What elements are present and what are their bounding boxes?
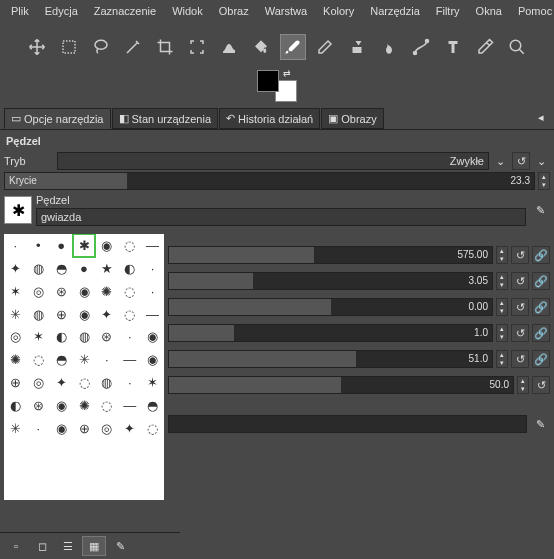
- eraser-tool-icon[interactable]: [312, 34, 338, 60]
- brush-cell[interactable]: —: [141, 303, 164, 326]
- ratio-reset-icon[interactable]: ↺: [511, 272, 529, 290]
- brush-cell[interactable]: ✳: [73, 348, 96, 371]
- brush-cell[interactable]: ◉: [50, 417, 73, 440]
- brush-cell[interactable]: ⊕: [50, 303, 73, 326]
- size-link-icon[interactable]: 🔗: [532, 246, 550, 264]
- brush-cell[interactable]: ·: [118, 325, 141, 348]
- size-slider[interactable]: 575.00: [168, 246, 493, 264]
- warp-tool-icon[interactable]: [216, 34, 242, 60]
- angle-slider[interactable]: 0.00: [168, 298, 493, 316]
- mode-dropdown[interactable]: Zwykłe: [57, 152, 489, 170]
- menu-obraz[interactable]: Obraz: [213, 3, 255, 19]
- brush-cell[interactable]: ◉: [141, 325, 164, 348]
- hardness-spinner[interactable]: ▴▾: [496, 350, 508, 368]
- color-picker-tool-icon[interactable]: [472, 34, 498, 60]
- paintbrush-tool-icon[interactable]: [280, 34, 306, 60]
- brush-edit-icon[interactable]: ✎: [530, 200, 550, 220]
- brush-cell[interactable]: ⊛: [50, 280, 73, 303]
- angle-link-icon[interactable]: 🔗: [532, 298, 550, 316]
- path-tool-icon[interactable]: [408, 34, 434, 60]
- dynamics-field[interactable]: [168, 415, 527, 433]
- ratio-slider[interactable]: 3.05: [168, 272, 493, 290]
- tab-device-status[interactable]: ◧Stan urządzenia: [112, 108, 219, 129]
- brush-cell[interactable]: ·: [27, 417, 50, 440]
- brush-cell[interactable]: ◐: [50, 325, 73, 348]
- brush-cell[interactable]: ◐: [118, 257, 141, 280]
- swap-colors-icon[interactable]: ⇄: [283, 68, 291, 78]
- brush-cell[interactable]: ◌: [141, 417, 164, 440]
- tab-menu-icon[interactable]: ◂: [532, 108, 550, 129]
- menu-okna[interactable]: Okna: [470, 3, 508, 19]
- menu-zaznaczenie[interactable]: Zaznaczenie: [88, 3, 162, 19]
- force-slider[interactable]: 50.0: [168, 376, 514, 394]
- text-tool-icon[interactable]: [440, 34, 466, 60]
- rect-select-tool-icon[interactable]: [56, 34, 82, 60]
- brush-cell[interactable]: ✦: [118, 417, 141, 440]
- brush-cell[interactable]: ◍: [95, 371, 118, 394]
- opacity-spinner[interactable]: ▴▾: [538, 172, 550, 190]
- brush-cell[interactable]: ✦: [4, 257, 27, 280]
- brush-cell[interactable]: ✶: [27, 325, 50, 348]
- brush-cell[interactable]: ◌: [118, 280, 141, 303]
- brush-cell[interactable]: ✺: [73, 394, 96, 417]
- bucket-tool-icon[interactable]: [248, 34, 274, 60]
- menu-narzedzia[interactable]: Narzędzia: [364, 3, 426, 19]
- brush-cell[interactable]: ◌: [118, 234, 141, 257]
- size-reset-icon[interactable]: ↺: [511, 246, 529, 264]
- brush-cell[interactable]: ⊕: [73, 417, 96, 440]
- brush-cell[interactable]: ◎: [27, 280, 50, 303]
- brush-cell[interactable]: ◉: [95, 234, 118, 257]
- brush-cell[interactable]: —: [118, 394, 141, 417]
- tab-tool-options[interactable]: ▭Opcje narzędzia: [4, 108, 111, 129]
- spacing-reset-icon[interactable]: ↺: [511, 324, 529, 342]
- brush-cell[interactable]: ◌: [95, 394, 118, 417]
- dynamics-edit-icon[interactable]: ✎: [530, 414, 550, 434]
- brush-cell[interactable]: ⊛: [27, 394, 50, 417]
- chevron-down-icon[interactable]: ⌄: [492, 155, 509, 168]
- brush-cell[interactable]: ◓: [50, 348, 73, 371]
- brush-cell[interactable]: —: [118, 348, 141, 371]
- ratio-link-icon[interactable]: 🔗: [532, 272, 550, 290]
- edit-brush-icon[interactable]: ✎: [108, 536, 132, 556]
- view-grid-icon[interactable]: ▦: [82, 536, 106, 556]
- brush-cell[interactable]: ◉: [141, 348, 164, 371]
- brush-cell[interactable]: ◍: [27, 257, 50, 280]
- tab-undo-history[interactable]: ↶Historia działań: [219, 108, 320, 129]
- hardness-reset-icon[interactable]: ↺: [511, 350, 529, 368]
- brush-grid[interactable]: · • ● ✱ ◉ ◌ — ✦ ◍ ◓ ● ★ ◐ · ✶ ◎ ⊛ ◉ ✺ ◌ …: [4, 234, 164, 500]
- zoom-tool-icon[interactable]: [504, 34, 530, 60]
- brush-cell[interactable]: —: [141, 234, 164, 257]
- view-list-icon[interactable]: ☰: [56, 536, 80, 556]
- brush-cell[interactable]: ◍: [73, 325, 96, 348]
- brush-cell[interactable]: ·: [4, 234, 27, 257]
- brush-cell[interactable]: ◐: [4, 394, 27, 417]
- size-spinner[interactable]: ▴▾: [496, 246, 508, 264]
- tab-images[interactable]: ▣Obrazy: [321, 108, 383, 129]
- view-small-icon[interactable]: ▫: [4, 536, 28, 556]
- mode-reset-button[interactable]: ↺: [512, 152, 530, 170]
- ratio-spinner[interactable]: ▴▾: [496, 272, 508, 290]
- opacity-slider[interactable]: Krycie 23.3: [4, 172, 535, 190]
- brush-cell[interactable]: ◍: [27, 303, 50, 326]
- brush-cell[interactable]: ◎: [95, 417, 118, 440]
- brush-cell[interactable]: ◌: [27, 348, 50, 371]
- brush-cell[interactable]: ⊕: [4, 371, 27, 394]
- force-reset-icon[interactable]: ↺: [532, 376, 550, 394]
- menu-plik[interactable]: Plik: [5, 3, 35, 19]
- brush-cell[interactable]: ◎: [4, 325, 27, 348]
- brush-cell[interactable]: ✶: [4, 280, 27, 303]
- brush-cell-selected[interactable]: ✱: [73, 234, 96, 257]
- brush-cell[interactable]: ✶: [141, 371, 164, 394]
- hardness-link-icon[interactable]: 🔗: [532, 350, 550, 368]
- menu-kolory[interactable]: Kolory: [317, 3, 360, 19]
- transform-tool-icon[interactable]: [184, 34, 210, 60]
- brush-cell[interactable]: ·: [141, 257, 164, 280]
- brush-cell[interactable]: ★: [95, 257, 118, 280]
- brush-cell[interactable]: ●: [50, 234, 73, 257]
- menu-filtry[interactable]: Filtry: [430, 3, 466, 19]
- view-medium-icon[interactable]: ◻: [30, 536, 54, 556]
- brush-cell[interactable]: ✺: [95, 280, 118, 303]
- color-swatch[interactable]: ⇄: [255, 68, 299, 102]
- spacing-link-icon[interactable]: 🔗: [532, 324, 550, 342]
- menu-warstwa[interactable]: Warstwa: [259, 3, 313, 19]
